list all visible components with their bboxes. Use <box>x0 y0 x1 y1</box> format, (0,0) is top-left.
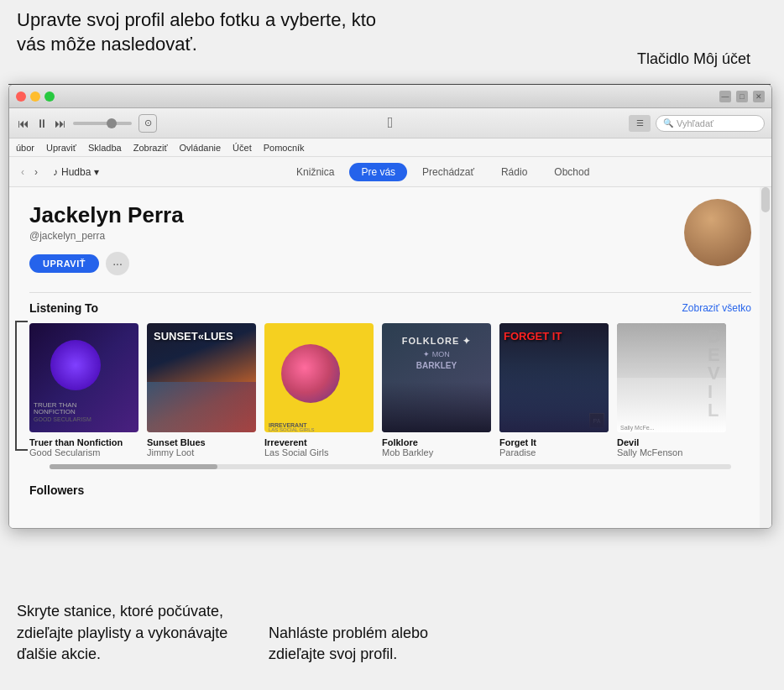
top-divider-line <box>8 84 771 85</box>
apple-logo:  <box>388 114 394 132</box>
album-title: Forget It <box>499 437 609 447</box>
profile-buttons: UPRAVIŤ ··· <box>29 252 751 275</box>
title-bar-right: — □ ✕ <box>719 91 765 102</box>
nav-back-button[interactable]: ‹ <box>18 165 28 180</box>
annotation-bottom-left: Skryte stanice, ktoré počúvate, zdieľajt… <box>17 601 252 665</box>
annotation-top-right: Tlačidlo Môj účet <box>637 50 750 68</box>
profile-divider <box>29 292 751 293</box>
album-title: Irreverent <box>264 437 374 447</box>
search-bar[interactable]: 🔍 Vyhľadať <box>656 115 765 132</box>
forward-button[interactable]: ⏭ <box>55 117 66 130</box>
list-item: FOLKLORE ✦ ✦ MON BARKLEY Folklore Mob Ba… <box>382 323 491 457</box>
album-artist: Las Social Girls <box>264 447 374 457</box>
search-placeholder: Vyhľadať <box>677 118 713 128</box>
tab-browse[interactable]: Prechádzať <box>410 163 486 181</box>
restore-icon[interactable]: □ <box>736 91 748 102</box>
listening-section-title: Listening To <box>29 301 98 315</box>
volume-thumb <box>107 118 117 128</box>
show-all-link[interactable]: Zobraziť všetko <box>682 302 751 314</box>
album-cover-irreverant[interactable]: IRREVERANT LAS SOCIAL GIRLS <box>264 323 374 432</box>
window-controls <box>16 91 55 102</box>
annotation-top-left: Upravte svoj profil alebo fotku a vybert… <box>0 0 403 65</box>
close-button[interactable] <box>16 91 26 102</box>
chevron-down-icon: ▾ <box>94 166 99 178</box>
more-options-button[interactable]: ··· <box>106 252 129 275</box>
album-art-irreverant: IRREVERANT LAS SOCIAL GIRLS <box>264 323 374 432</box>
nav-library-select[interactable]: ♪ Hudba ▾ <box>53 166 99 178</box>
list-item: IRREVERANT LAS SOCIAL GIRLS Irreverent L… <box>264 323 374 457</box>
menu-bar: úbor Upraviť Skladba Zobraziť Ovládanie … <box>9 139 771 157</box>
album-title: Devil <box>617 437 726 447</box>
close-icon[interactable]: ✕ <box>753 91 765 102</box>
menu-item-view[interactable]: Zobraziť <box>133 143 168 153</box>
album-artist: Sally McFenson <box>617 447 726 457</box>
nav-bar: ‹ › ♪ Hudba ▾ Knižnica Pre vás Prechádza… <box>9 157 771 187</box>
album-cover-forget[interactable]: FORGET IT PA <box>499 323 609 432</box>
volume-slider[interactable] <box>73 122 132 125</box>
album-title: Sunset Blues <box>147 437 256 447</box>
nav-tabs: Knižnica Pre vás Prechádzať Rádio Obchod <box>285 163 601 181</box>
list-item: Sunset Blues Jimmy Loot <box>147 323 256 457</box>
title-bar: — □ ✕ <box>9 85 771 108</box>
album-cover-sunset[interactable] <box>147 323 256 432</box>
nav-forward-button[interactable]: › <box>31 165 41 180</box>
list-item: DEVIL Sally McFe... Devil Sally McFenson <box>617 323 726 457</box>
album-cover-folklore[interactable]: FOLKLORE ✦ ✦ MON BARKLEY <box>382 323 491 432</box>
horizontal-scroll-thumb <box>50 464 217 469</box>
album-cover-truer[interactable]: TRUER THANNONFICTIONGOOD SECULARISM <box>29 323 139 432</box>
albums-row: TRUER THANNONFICTIONGOOD SECULARISM True… <box>29 323 751 457</box>
menu-item-account[interactable]: Účet <box>233 143 252 153</box>
menu-item-song[interactable]: Skladba <box>88 143 122 153</box>
folklore-title-text: FOLKLORE ✦ <box>382 336 491 347</box>
search-icon: 🔍 <box>663 118 673 128</box>
transport-bar: ⏮ ⏸ ⏭ ⊙  ☰ 🔍 Vyhľadať <box>9 108 771 139</box>
minimize-icon[interactable]: — <box>719 91 731 102</box>
album-artist: Good Secularism <box>29 447 139 457</box>
avatar <box>684 199 751 266</box>
rewind-button[interactable]: ⏮ <box>18 117 29 130</box>
album-artist: Jimmy Loot <box>147 447 256 457</box>
profile-section: Jackelyn Perra @jackelyn_perra UPRAVIŤ ·… <box>9 187 771 284</box>
avatar-image <box>684 199 751 266</box>
itunes-window: — □ ✕ ⏮ ⏸ ⏭ ⊙  ☰ 🔍 Vyhľadať úbor Upravi… <box>8 84 772 529</box>
tab-library[interactable]: Knižnica <box>285 163 346 181</box>
pause-button[interactable]: ⏸ <box>36 117 48 130</box>
content-area: Jackelyn Perra @jackelyn_perra UPRAVIŤ ·… <box>9 187 771 529</box>
album-title: Truer than Nonfiction <box>29 437 139 447</box>
listening-section-header: Listening To Zobraziť všetko <box>29 301 751 315</box>
nav-arrows: ‹ › <box>18 165 41 180</box>
library-label: Hudba <box>61 166 91 178</box>
list-item: FORGET IT PA Forget It Paradise <box>499 323 609 457</box>
album-art-devil: DEVIL Sally McFe... <box>617 323 726 432</box>
tab-store[interactable]: Obchod <box>542 163 601 181</box>
menu-item-edit[interactable]: Upraviť <box>46 143 76 153</box>
album-art-folklore: FOLKLORE ✦ ✦ MON BARKLEY <box>382 323 491 432</box>
album-artist: Paradise <box>499 447 609 457</box>
bracket-line-left <box>15 321 17 451</box>
album-art-forget: FORGET IT PA <box>499 323 609 432</box>
transport-right-controls: ☰ 🔍 Vyhľadať <box>629 115 765 132</box>
tab-for-you[interactable]: Pre vás <box>349 163 407 181</box>
edit-button[interactable]: UPRAVIŤ <box>29 254 99 273</box>
album-title: Folklore <box>382 437 491 447</box>
listening-section: Listening To Zobraziť všetko TRUER THANN… <box>9 301 771 469</box>
minimize-button[interactable] <box>30 91 40 102</box>
menu-item-file[interactable]: úbor <box>16 143 34 153</box>
tab-radio[interactable]: Rádio <box>489 163 539 181</box>
list-view-button[interactable]: ☰ <box>629 115 651 132</box>
horizontal-scrollbar[interactable] <box>50 464 731 469</box>
menu-item-help[interactable]: Pomocník <box>264 143 305 153</box>
annotation-bottom-right: Nahláste problém alebo zdieľajte svoj pr… <box>269 623 478 665</box>
album-art-sunset <box>147 323 256 432</box>
folklore-barkley-text: BARKLEY <box>382 361 491 370</box>
album-art-truer: TRUER THANNONFICTIONGOOD SECULARISM <box>29 323 139 432</box>
menu-item-controls[interactable]: Ovládanie <box>180 143 222 153</box>
maximize-button[interactable] <box>44 91 55 102</box>
airplay-button[interactable]: ⊙ <box>139 114 157 133</box>
album-artist: Mob Barkley <box>382 447 491 457</box>
album-cover-devil[interactable]: DEVIL Sally McFe... <box>617 323 726 432</box>
followers-title: Followers <box>29 484 84 497</box>
profile-name: Jackelyn Perra <box>29 202 751 228</box>
followers-section: Followers <box>9 476 771 498</box>
list-item: TRUER THANNONFICTIONGOOD SECULARISM True… <box>29 323 139 457</box>
